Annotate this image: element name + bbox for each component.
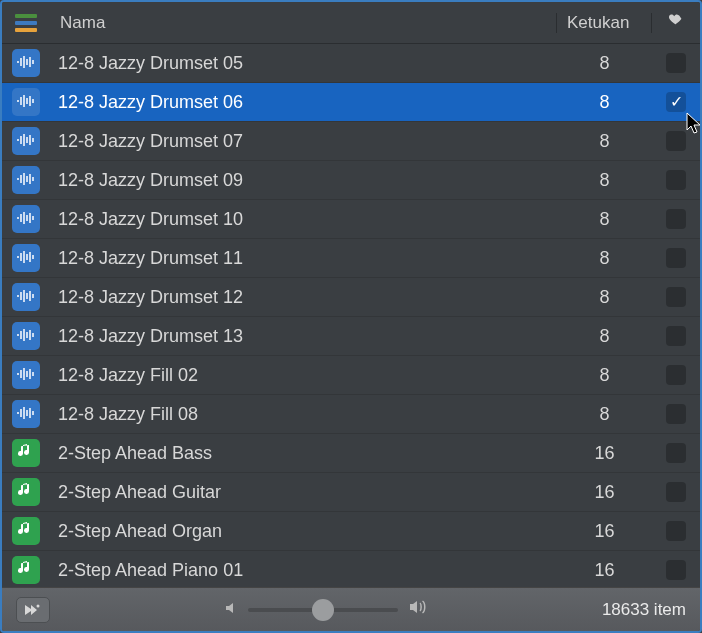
favorite-toggle[interactable] [652,287,700,307]
volume-low-icon [224,600,238,620]
browser-menu-button[interactable] [2,14,50,32]
waveform-icon [16,287,36,308]
table-row[interactable]: 2-Step Ahead Organ16 [2,512,700,551]
table-row[interactable]: 2-Step Ahead Bass16 [2,434,700,473]
row-beats: 8 [557,287,652,308]
row-type-icon [2,283,50,311]
row-type-icon [2,556,50,584]
favorite-toggle[interactable] [652,560,700,580]
favorite-toggle[interactable] [652,53,700,73]
row-type-icon [2,88,50,116]
volume-control [50,599,602,620]
footer-bar: 18633 item [2,587,700,631]
row-name: 12-8 Jazzy Drumset 12 [50,287,557,308]
loop-list[interactable]: 12-8 Jazzy Drumset 05812-8 Jazzy Drumset… [2,44,700,587]
favorite-toggle[interactable] [652,365,700,385]
volume-high-icon [408,599,428,620]
row-name: 12-8 Jazzy Drumset 07 [50,131,557,152]
row-beats: 8 [557,209,652,230]
row-type-icon [2,49,50,77]
row-type-icon [2,361,50,389]
row-type-icon [2,517,50,545]
row-name: 12-8 Jazzy Fill 08 [50,404,557,425]
waveform-icon [16,326,36,347]
favorite-toggle[interactable] [652,521,700,541]
table-row[interactable]: 12-8 Jazzy Fill 088 [2,395,700,434]
waveform-icon [16,248,36,269]
favorite-toggle[interactable] [652,482,700,502]
row-beats: 16 [557,521,652,542]
item-count-label: 18633 item [602,600,686,620]
row-beats: 8 [557,92,652,113]
favorite-toggle[interactable] [652,209,700,229]
waveform-icon [16,209,36,230]
svg-point-60 [37,604,40,607]
volume-slider[interactable] [248,608,398,612]
table-row[interactable]: 12-8 Jazzy Drumset 118 [2,239,700,278]
table-row[interactable]: 12-8 Jazzy Drumset 068✓ [2,83,700,122]
waveform-icon [16,131,36,152]
row-name: 12-8 Jazzy Drumset 06 [50,92,557,113]
row-name: 12-8 Jazzy Drumset 05 [50,53,557,74]
row-type-icon [2,244,50,272]
table-row[interactable]: 2-Step Ahead Piano 0116 [2,551,700,587]
row-beats: 8 [557,53,652,74]
favorite-toggle[interactable] [652,326,700,346]
waveform-icon [16,92,36,113]
row-beats: 8 [557,170,652,191]
row-type-icon [2,166,50,194]
row-name: 12-8 Jazzy Fill 02 [50,365,557,386]
music-note-icon [18,560,34,581]
row-beats: 8 [557,131,652,152]
favorite-toggle[interactable] [652,248,700,268]
table-row[interactable]: 12-8 Jazzy Drumset 128 [2,278,700,317]
favorite-toggle[interactable] [652,404,700,424]
heart-icon [667,11,685,34]
check-icon: ✓ [670,94,683,110]
row-name: 2-Step Ahead Bass [50,443,557,464]
row-name: 12-8 Jazzy Drumset 10 [50,209,557,230]
row-type-icon [2,439,50,467]
row-beats: 16 [557,482,652,503]
row-beats: 8 [557,248,652,269]
table-row[interactable]: 12-8 Jazzy Fill 028 [2,356,700,395]
table-row[interactable]: 12-8 Jazzy Drumset 058 [2,44,700,83]
volume-thumb[interactable] [312,599,334,621]
row-beats: 16 [557,443,652,464]
row-name: 2-Step Ahead Guitar [50,482,557,503]
music-note-icon [18,482,34,503]
waveform-icon [16,404,36,425]
table-row[interactable]: 12-8 Jazzy Drumset 108 [2,200,700,239]
preview-play-button[interactable] [16,597,50,623]
favorite-toggle[interactable] [652,170,700,190]
waveform-icon [16,365,36,386]
waveform-icon [16,53,36,74]
row-name: 12-8 Jazzy Drumset 11 [50,248,557,269]
row-name: 12-8 Jazzy Drumset 09 [50,170,557,191]
row-type-icon [2,322,50,350]
music-note-icon [18,521,34,542]
column-header-favorite[interactable] [652,11,700,34]
favorite-toggle[interactable]: ✓ [652,92,700,112]
row-type-icon [2,400,50,428]
row-beats: 8 [557,404,652,425]
row-type-icon [2,205,50,233]
table-row[interactable]: 2-Step Ahead Guitar16 [2,473,700,512]
table-row[interactable]: 12-8 Jazzy Drumset 138 [2,317,700,356]
row-beats: 16 [557,560,652,581]
table-header: Nama Ketukan [2,2,700,44]
music-note-icon [18,443,34,464]
table-row[interactable]: 12-8 Jazzy Drumset 098 [2,161,700,200]
favorite-toggle[interactable] [652,131,700,151]
favorite-toggle[interactable] [652,443,700,463]
table-row[interactable]: 12-8 Jazzy Drumset 078 [2,122,700,161]
column-header-name[interactable]: Nama [50,13,557,33]
row-name: 12-8 Jazzy Drumset 13 [50,326,557,347]
row-name: 2-Step Ahead Piano 01 [50,560,557,581]
row-beats: 8 [557,326,652,347]
row-beats: 8 [557,365,652,386]
row-type-icon [2,478,50,506]
waveform-icon [16,170,36,191]
column-header-beats[interactable]: Ketukan [557,13,652,33]
row-name: 2-Step Ahead Organ [50,521,557,542]
